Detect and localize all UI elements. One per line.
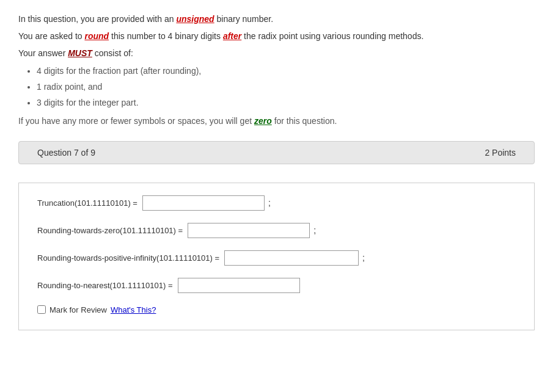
question-label: Question 7 of 9 [37,148,95,158]
warning-pre: If you have any more or fewer symbols or… [18,116,254,126]
rounding-towards-positive-infinity-input[interactable] [224,250,359,266]
mark-review-section: Mark for Review What's This? [37,305,516,314]
truncation-label: Truncation(101.11110101) = [37,198,137,208]
rounding-towards-positive-infinity-label: Rounding-towards-positive-infinity(101.1… [37,253,219,263]
bullet-list: 4 digits for the fraction part (after ro… [18,64,535,110]
rounding-towards-positive-infinity-semicolon: ; [362,253,365,263]
after-keyword: after [223,31,241,41]
truncation-input[interactable] [142,195,265,211]
zero-keyword: zero [254,116,272,126]
question-bar: Question 7 of 9 2 Points [18,141,535,164]
rounding-to-nearest-row: Rounding-to-nearest(101.11110101) = [37,278,516,293]
whats-this-link[interactable]: What's This? [111,305,156,314]
mark-review-checkbox[interactable] [37,305,46,314]
rounding-to-nearest-input[interactable] [178,278,300,293]
intro-line2-pre: You are asked to [18,31,84,41]
rounding-towards-zero-semicolon: ; [313,225,316,235]
questions-section: Truncation(101.11110101) = ; Rounding-to… [18,183,535,330]
must-keyword: MUST [68,48,92,58]
truncation-row: Truncation(101.11110101) = ; [37,195,516,211]
mark-review-label: Mark for Review [49,305,107,314]
intro-line1-post: binary number. [214,14,274,24]
rounding-towards-zero-label: Rounding-towards-zero(101.11110101) = [37,226,183,235]
intro-line3-pre: Your answer [18,48,68,58]
intro-line3: Your answer MUST consist of: [18,46,535,61]
rounding-towards-zero-row: Rounding-towards-zero(101.11110101) = ; [37,223,516,238]
intro-line1: In this question, you are provided with … [18,12,535,27]
bullet-item-3: 3 digits for the integer part. [37,96,535,111]
rounding-towards-positive-infinity-row: Rounding-towards-positive-infinity(101.1… [37,250,516,266]
points-label: 2 Points [485,148,516,158]
round-keyword: round [84,31,109,41]
unsigned-keyword: unsigned [176,14,214,24]
intro-line2-mid: this number to 4 binary digits [109,31,223,41]
intro-line3-post: consist of: [92,48,133,58]
warning-post: for this question. [272,116,337,126]
intro-line2: You are asked to round this number to 4 … [18,29,535,44]
bullet-item-2: 1 radix point, and [37,80,535,95]
intro-section: In this question, you are provided with … [18,12,535,129]
zero-warning: If you have any more or fewer symbols or… [18,114,535,129]
bullet-item-1: 4 digits for the fraction part (after ro… [37,64,535,79]
rounding-towards-zero-input[interactable] [188,223,310,238]
rounding-to-nearest-label: Rounding-to-nearest(101.11110101) = [37,281,173,290]
intro-line2-post: the radix point using various rounding m… [241,31,423,41]
intro-line1-pre: In this question, you are provided with … [18,14,176,24]
truncation-semicolon: ; [268,198,271,208]
